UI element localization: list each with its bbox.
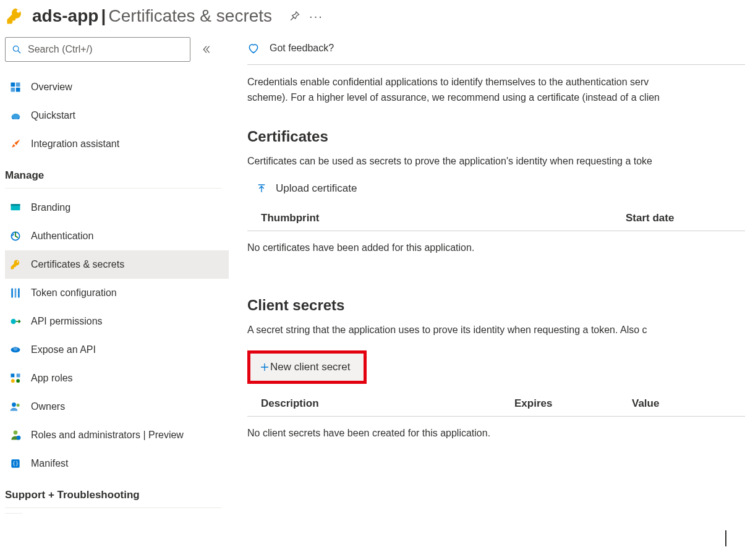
overview-icon (9, 80, 22, 94)
roles-icon (9, 428, 22, 442)
intro-text: Credentials enable confidential applicat… (247, 75, 745, 106)
sidebar-item-expose-api[interactable]: Expose an API (5, 336, 229, 364)
certificates-description: Certificates can be used as secrets to p… (247, 154, 745, 169)
divider (5, 507, 221, 508)
feedback-label: Got feedback? (270, 43, 334, 54)
sidebar-item-label: Quickstart (31, 110, 75, 121)
more-button[interactable]: ··· (309, 9, 323, 23)
svg-rect-5 (16, 88, 20, 92)
sidebar-item-label: Integration assistant (31, 138, 119, 150)
sidebar-item-integration-assistant[interactable]: Integration assistant (5, 130, 229, 158)
sidebar-item-label: Owners (31, 401, 65, 412)
svg-rect-3 (16, 83, 20, 87)
certificates-empty: No certificates have been added for this… (247, 242, 745, 253)
divider (247, 64, 745, 65)
title-separator: | (101, 6, 106, 25)
column-description: Description (261, 397, 514, 410)
svg-rect-2 (11, 83, 15, 87)
svg-text:{}: {} (12, 460, 19, 467)
svg-point-17 (11, 379, 15, 383)
column-value: Value (632, 397, 745, 410)
svg-rect-15 (11, 374, 15, 378)
column-expires: Expires (514, 397, 632, 410)
page-subtitle: Certificates & secrets (109, 6, 273, 25)
sidebar-item-label: Branding (31, 202, 70, 213)
sidebar-item-label: Token configuration (31, 287, 117, 299)
main-content: Got feedback? Credentials enable confide… (229, 37, 745, 558)
svg-point-19 (12, 402, 16, 407)
svg-rect-11 (18, 289, 19, 298)
text-cursor (725, 530, 726, 546)
key-icon (9, 258, 22, 271)
divider (5, 188, 221, 189)
key-icon (5, 6, 25, 26)
manifest-icon: {} (9, 457, 22, 470)
token-icon (9, 286, 22, 300)
divider (5, 513, 22, 514)
collapse-sidebar-button[interactable] (202, 45, 211, 54)
rocket-icon (9, 137, 22, 151)
certificates-table-header: Thumbprint Start date (247, 202, 745, 231)
svg-rect-7 (11, 204, 20, 206)
svg-point-22 (17, 436, 21, 440)
svg-rect-10 (15, 289, 17, 298)
app-name: ads-app (32, 6, 98, 25)
svg-rect-16 (17, 374, 20, 378)
sidebar-item-manifest[interactable]: {} Manifest (5, 449, 229, 478)
sidebar-item-label: API permissions (31, 316, 103, 327)
sidebar-item-label: App roles (31, 373, 73, 384)
client-secrets-heading: Client secrets (247, 297, 745, 314)
search-icon (12, 45, 22, 54)
app-roles-icon (9, 371, 22, 385)
secrets-table-header: Description Expires Value (247, 388, 745, 417)
quickstart-icon (9, 109, 22, 122)
sidebar-section-support: Support + Troubleshooting (5, 478, 229, 505)
search-input[interactable] (27, 43, 184, 56)
sidebar-item-token-configuration[interactable]: Token configuration (5, 279, 229, 307)
svg-point-12 (11, 319, 16, 324)
pin-button[interactable] (288, 10, 300, 22)
upload-icon (256, 183, 267, 194)
sidebar-item-quickstart[interactable]: Quickstart (5, 101, 229, 130)
svg-rect-4 (11, 88, 15, 92)
sidebar-item-label: Authentication (31, 231, 93, 242)
sidebar-item-label: Certificates & secrets (31, 259, 124, 270)
svg-rect-9 (11, 289, 13, 298)
sidebar-item-owners[interactable]: Owners (5, 392, 229, 421)
page-title: ads-app | Certificates & secrets (32, 6, 272, 26)
sidebar-item-roles-administrators[interactable]: Roles and administrators | Preview (5, 421, 229, 449)
sidebar-section-manage: Manage (5, 158, 229, 185)
new-client-secret-button[interactable]: New client secret (250, 354, 364, 381)
certificates-heading: Certificates (247, 128, 745, 145)
column-start-date: Start date (626, 212, 737, 224)
branding-icon (9, 201, 22, 214)
sidebar-item-label: Overview (31, 82, 72, 93)
heart-icon (247, 42, 260, 54)
new-client-secret-highlight: New client secret (247, 350, 367, 384)
sidebar-item-authentication[interactable]: Authentication (5, 222, 229, 250)
expose-api-icon (9, 343, 22, 357)
sidebar-item-api-permissions[interactable]: API permissions (5, 307, 229, 336)
svg-point-0 (13, 46, 19, 51)
api-permissions-icon (9, 315, 22, 328)
owners-icon (9, 400, 22, 414)
sidebar-item-branding[interactable]: Branding (5, 193, 229, 222)
sidebar-item-label: Roles and administrators | Preview (31, 430, 184, 441)
upload-certificate-label: Upload certificate (276, 182, 357, 195)
sidebar-item-label: Expose an API (31, 344, 96, 355)
client-secrets-description: A secret string that the application use… (247, 323, 745, 338)
sidebar-item-overview[interactable]: Overview (5, 73, 229, 101)
svg-point-21 (14, 431, 18, 435)
new-client-secret-label: New client secret (270, 361, 350, 373)
upload-certificate-button[interactable]: Upload certificate (247, 175, 365, 202)
search-input-wrap[interactable] (5, 37, 190, 62)
secrets-empty: No client secrets have been created for … (247, 428, 745, 439)
sidebar-item-certificates-secrets[interactable]: Certificates & secrets (5, 250, 229, 279)
page-header: ads-app | Certificates & secrets ··· (0, 0, 745, 37)
feedback-button[interactable]: Got feedback? (247, 37, 745, 61)
authentication-icon (9, 229, 22, 243)
svg-line-1 (18, 51, 20, 53)
sidebar: Overview Quickstart Integration assistan… (0, 37, 229, 558)
sidebar-item-app-roles[interactable]: App roles (5, 364, 229, 392)
plus-icon (259, 362, 270, 373)
